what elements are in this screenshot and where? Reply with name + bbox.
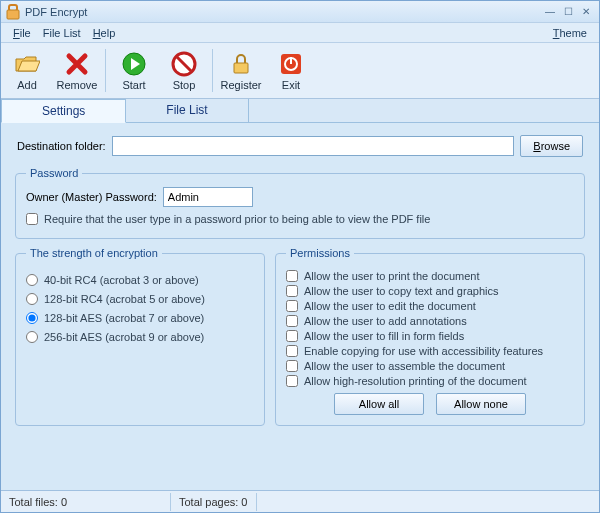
encryption-option-label: 40-bit RC4 (acrobat 3 or above) xyxy=(44,274,199,286)
browse-button[interactable]: Browse xyxy=(520,135,583,157)
encryption-radio[interactable] xyxy=(26,312,38,324)
encryption-option[interactable]: 256-bit AES (acrobat 9 or above) xyxy=(26,331,254,343)
remove-button[interactable]: Remove xyxy=(53,45,101,96)
status-bar: Total files: 0 Total pages: 0 xyxy=(1,490,599,512)
require-password-row[interactable]: Require that the user type in a password… xyxy=(26,213,574,225)
svg-rect-1 xyxy=(7,10,19,19)
permission-option-label: Allow the user to assemble the document xyxy=(304,360,505,372)
svg-rect-4 xyxy=(234,63,248,73)
encryption-option-label: 256-bit AES (acrobat 9 or above) xyxy=(44,331,204,343)
permission-option-label: Enable copying for use with accessibilit… xyxy=(304,345,543,357)
minimize-button[interactable]: — xyxy=(541,5,559,19)
menu-file[interactable]: File xyxy=(7,25,37,41)
encryption-option[interactable]: 128-bit AES (acrobat 7 or above) xyxy=(26,312,254,324)
delete-x-icon xyxy=(64,51,90,77)
toolbar: Add Remove Start Stop Register Exit xyxy=(1,43,599,99)
permission-option-label: Allow the user to copy text and graphics xyxy=(304,285,498,297)
close-button[interactable]: ✕ xyxy=(577,5,595,19)
require-password-checkbox[interactable] xyxy=(26,213,38,225)
password-legend: Password xyxy=(26,167,82,179)
permission-option[interactable]: Allow the user to edit the document xyxy=(286,300,574,312)
menu-theme[interactable]: Theme xyxy=(547,25,593,41)
permission-option[interactable]: Allow high-resolution printing of the do… xyxy=(286,375,574,387)
permission-checkbox[interactable] xyxy=(286,270,298,282)
permission-option-label: Allow the user to fill in form fields xyxy=(304,330,464,342)
toolbar-separator xyxy=(212,49,213,92)
permissions-group: Permissions Allow the user to print the … xyxy=(275,247,585,426)
permission-checkbox[interactable] xyxy=(286,300,298,312)
encryption-option-label: 128-bit AES (acrobat 7 or above) xyxy=(44,312,204,324)
permission-checkbox[interactable] xyxy=(286,330,298,342)
status-total-files: Total files: 0 xyxy=(1,493,171,511)
app-icon xyxy=(5,4,21,20)
menu-bar: File File List Help Theme xyxy=(1,23,599,43)
permission-checkbox[interactable] xyxy=(286,345,298,357)
app-window: PDF Encrypt — ☐ ✕ File File List Help Th… xyxy=(0,0,600,513)
owner-password-label: Owner (Master) Password: xyxy=(26,191,157,203)
permission-option-label: Allow the user to print the document xyxy=(304,270,479,282)
encryption-option[interactable]: 40-bit RC4 (acrobat 3 or above) xyxy=(26,274,254,286)
permission-option[interactable]: Allow the user to add annotations xyxy=(286,315,574,327)
folder-open-icon xyxy=(14,51,40,77)
menu-help[interactable]: Help xyxy=(87,25,122,41)
encryption-option-label: 128-bit RC4 (acrobat 5 or above) xyxy=(44,293,205,305)
require-password-label: Require that the user type in a password… xyxy=(44,213,430,225)
permission-checkbox[interactable] xyxy=(286,360,298,372)
power-icon xyxy=(278,51,304,77)
toolbar-separator xyxy=(105,49,106,92)
password-group: Password Owner (Master) Password: Requir… xyxy=(15,167,585,239)
status-total-pages: Total pages: 0 xyxy=(171,493,257,511)
encryption-group: The strength of encryption 40-bit RC4 (a… xyxy=(15,247,265,426)
encryption-radio[interactable] xyxy=(26,331,38,343)
stop-icon xyxy=(171,51,197,77)
permission-option[interactable]: Allow the user to fill in form fields xyxy=(286,330,574,342)
start-button[interactable]: Start xyxy=(110,45,158,96)
permissions-legend: Permissions xyxy=(286,247,354,259)
tab-settings[interactable]: Settings xyxy=(1,99,126,123)
lock-icon xyxy=(228,51,254,77)
permission-option[interactable]: Allow the user to copy text and graphics xyxy=(286,285,574,297)
menu-filelist[interactable]: File List xyxy=(37,25,87,41)
allow-all-button[interactable]: Allow all xyxy=(334,393,424,415)
permission-checkbox[interactable] xyxy=(286,285,298,297)
encryption-radio[interactable] xyxy=(26,293,38,305)
permission-checkbox[interactable] xyxy=(286,315,298,327)
settings-panel: Destination folder: Browse Password Owne… xyxy=(1,123,599,490)
window-title: PDF Encrypt xyxy=(25,6,541,18)
exit-button[interactable]: Exit xyxy=(267,45,315,96)
encryption-option[interactable]: 128-bit RC4 (acrobat 5 or above) xyxy=(26,293,254,305)
register-button[interactable]: Register xyxy=(217,45,265,96)
permission-checkbox[interactable] xyxy=(286,375,298,387)
permission-option[interactable]: Allow the user to assemble the document xyxy=(286,360,574,372)
owner-password-input[interactable] xyxy=(163,187,253,207)
stop-button[interactable]: Stop xyxy=(160,45,208,96)
encryption-radio[interactable] xyxy=(26,274,38,286)
destination-label: Destination folder: xyxy=(17,140,106,152)
tab-strip: Settings File List xyxy=(1,99,599,123)
title-bar: PDF Encrypt — ☐ ✕ xyxy=(1,1,599,23)
permission-option-label: Allow the user to add annotations xyxy=(304,315,467,327)
permission-option-label: Allow high-resolution printing of the do… xyxy=(304,375,527,387)
allow-none-button[interactable]: Allow none xyxy=(436,393,526,415)
destination-input[interactable] xyxy=(112,136,515,156)
maximize-button[interactable]: ☐ xyxy=(559,5,577,19)
tab-filelist[interactable]: File List xyxy=(126,99,248,122)
play-icon xyxy=(121,51,147,77)
add-button[interactable]: Add xyxy=(3,45,51,96)
permission-option[interactable]: Enable copying for use with accessibilit… xyxy=(286,345,574,357)
encryption-legend: The strength of encryption xyxy=(26,247,162,259)
permission-option-label: Allow the user to edit the document xyxy=(304,300,476,312)
permission-option[interactable]: Allow the user to print the document xyxy=(286,270,574,282)
